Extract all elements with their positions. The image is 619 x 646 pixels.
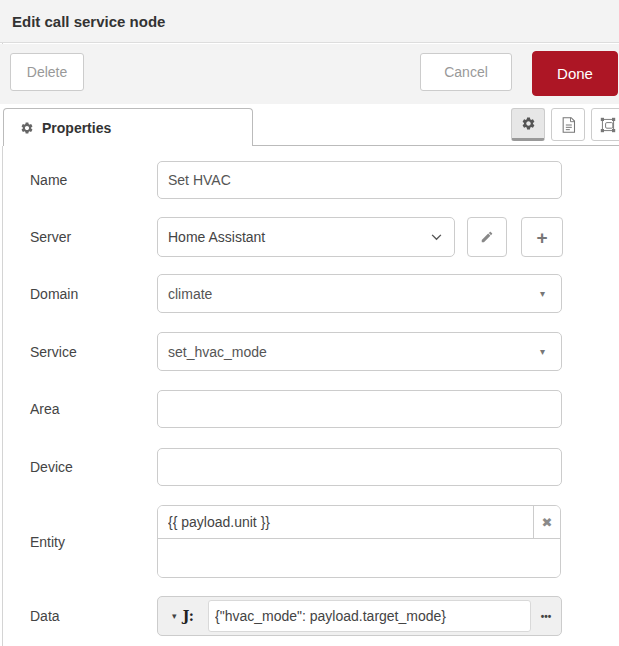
dialog-header: Edit call service node	[0, 0, 619, 43]
cancel-button[interactable]: Cancel	[420, 53, 512, 91]
entity-input-secondary[interactable]	[158, 539, 560, 578]
server-add-button[interactable]: +	[521, 217, 563, 257]
dialog-toolbar: Delete Cancel Done	[0, 44, 619, 104]
ellipsis-icon[interactable]: •••	[531, 597, 561, 635]
jsonata-icon: J:	[183, 608, 194, 624]
data-typed-input: ▾ J: •••	[157, 596, 562, 636]
area-label: Area	[30, 390, 145, 428]
entity-list-item: ✖	[158, 506, 560, 539]
data-value-input[interactable]	[208, 600, 531, 632]
server-edit-button[interactable]	[467, 217, 507, 257]
delete-button[interactable]: Delete	[10, 53, 84, 91]
remove-icon[interactable]: ✖	[533, 506, 560, 538]
pencil-icon	[480, 230, 494, 244]
description-view-button[interactable]	[551, 108, 585, 141]
device-label: Device	[30, 448, 145, 486]
device-input[interactable]	[157, 448, 562, 486]
server-label: Server	[30, 217, 145, 257]
domain-label: Domain	[30, 274, 145, 313]
appearance-icon	[600, 117, 616, 133]
tab-properties[interactable]: Properties	[3, 108, 253, 146]
tab-bar-baseline	[253, 145, 619, 146]
service-input[interactable]	[157, 332, 562, 371]
gear-icon	[521, 116, 536, 131]
server-select-value: Home Assistant	[168, 229, 444, 245]
plus-icon: +	[536, 228, 547, 247]
edit-call-service-dialog: Edit call service node Delete Cancel Don…	[0, 0, 619, 646]
data-label: Data	[30, 596, 145, 636]
properties-view-button[interactable]	[511, 108, 545, 141]
area-input[interactable]	[157, 390, 562, 428]
tab-properties-label: Properties	[42, 120, 111, 136]
dialog-title: Edit call service node	[12, 0, 165, 43]
entity-list: ✖	[157, 505, 561, 578]
gear-icon	[20, 121, 34, 135]
appearance-view-button[interactable]	[591, 108, 619, 141]
caret-down-icon: ▾	[172, 611, 177, 621]
tab-bar: Properties	[0, 104, 619, 146]
entity-input[interactable]	[158, 506, 533, 538]
domain-input[interactable]	[157, 274, 562, 313]
service-label: Service	[30, 332, 145, 371]
name-label: Name	[30, 161, 145, 199]
server-select[interactable]: Home Assistant	[157, 217, 455, 257]
entity-label: Entity	[30, 505, 145, 578]
done-button[interactable]: Done	[532, 51, 618, 96]
document-icon	[561, 117, 576, 133]
name-input[interactable]	[157, 161, 562, 199]
data-type-selector[interactable]: ▾ J:	[158, 597, 208, 635]
